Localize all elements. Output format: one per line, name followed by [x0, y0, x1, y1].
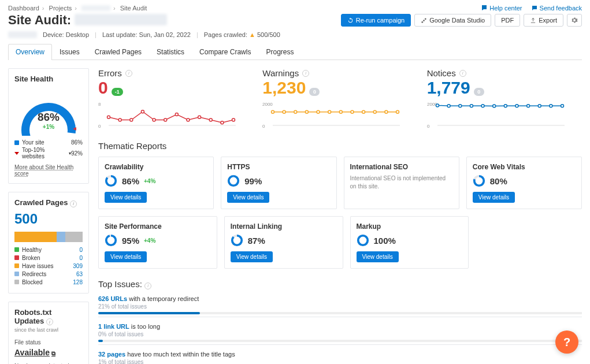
crawled-value: 63 [76, 271, 83, 277]
stat-errors: Errorsi 0-1 8 0 [98, 68, 253, 131]
more-about-score-link[interactable]: More about Site Health score [14, 164, 83, 177]
donut-icon [473, 174, 485, 187]
device-label: Device: [43, 31, 64, 38]
rerun-campaign-button[interactable]: Re-run campaign [341, 14, 411, 27]
warnings-sparkline: 2000 0 [262, 100, 401, 129]
feedback-icon [531, 5, 538, 12]
svg-point-8 [118, 118, 121, 121]
issue-text: with a temporary redirect [127, 295, 199, 302]
svg-point-28 [340, 110, 343, 113]
pdf-button[interactable]: PDF [495, 14, 520, 27]
svg-point-14 [187, 118, 190, 121]
crawled-row-broken[interactable]: Broken0 [14, 255, 83, 261]
stat-label: Notices [427, 68, 456, 78]
crawled-value: 128 [73, 279, 83, 285]
crawled-row-blocked[interactable]: Blocked128 [14, 279, 83, 285]
stat-value: 1,779 [427, 79, 470, 96]
tab-crawled-pages[interactable]: Crawled Pages [87, 44, 149, 60]
help-center-text: Help center [489, 5, 522, 12]
view-details-button[interactable]: View details [473, 192, 515, 203]
view-details-button[interactable]: View details [227, 192, 269, 203]
svg-point-13 [175, 113, 178, 116]
crumb-dashboard[interactable]: Dashboard [8, 5, 39, 12]
view-details-button[interactable]: View details [231, 251, 273, 262]
crawled-row-redirects[interactable]: Redirects63 [14, 271, 83, 277]
crumb-project-name[interactable] [81, 5, 110, 11]
svg-point-58 [232, 236, 242, 246]
tab-issues[interactable]: Issues [52, 44, 87, 60]
crumb-projects[interactable]: Projects [49, 5, 72, 12]
warning-triangle-icon: ▲ [249, 31, 255, 38]
info-icon[interactable]: i [46, 318, 53, 325]
robots-card: Robots.txt Updates i since the last craw… [8, 302, 89, 365]
report-delta: +4% [144, 237, 155, 244]
info-icon[interactable]: i [459, 70, 466, 77]
svg-point-32 [385, 110, 388, 113]
svg-point-1 [423, 20, 425, 21]
crawled-row-healthy[interactable]: Healthy0 [14, 247, 83, 253]
legend-square [14, 263, 19, 268]
issue-link[interactable]: 626 URLs [98, 295, 127, 302]
site-health-delta: +1% [17, 124, 80, 130]
tab-compare-crawls[interactable]: Compare Crawls [192, 44, 258, 60]
crawled-value: 309 [73, 263, 83, 269]
info-icon[interactable]: i [70, 200, 77, 207]
stat-warnings: Warningsi 1,2300 2000 0 [262, 68, 417, 131]
site-health-card: Site Health 86% +1% Your site 86% [8, 68, 89, 184]
tab-statistics[interactable]: Statistics [149, 44, 192, 60]
issue-percent: 0% of total issues [98, 331, 582, 337]
svg-point-17 [221, 121, 224, 124]
view-details-button[interactable]: View details [357, 251, 399, 262]
settings-button[interactable] [567, 14, 582, 27]
errors-sparkline: 8 0 [98, 100, 237, 129]
robots-subtitle: since the last crawl [14, 327, 58, 333]
export-button[interactable]: Export [524, 14, 563, 27]
help-fab-button[interactable]: ? [555, 330, 578, 354]
stat-delta-pill: -1 [112, 88, 123, 96]
report-percent: 95% [122, 236, 139, 246]
view-details-button[interactable]: View details [105, 251, 147, 262]
report-international-seo: International SEOInternational SEO is no… [344, 157, 459, 209]
svg-point-41 [481, 105, 484, 107]
issue-link[interactable]: 1 link URL [98, 323, 129, 330]
send-feedback-link[interactable]: Send feedback [531, 5, 582, 12]
info-icon[interactable]: i [302, 70, 309, 77]
svg-point-33 [396, 110, 399, 113]
svg-point-47 [550, 105, 552, 107]
crawled-label: Have issues [22, 263, 53, 269]
tab-progress[interactable]: Progress [258, 44, 301, 60]
last-update-value: Sun, Jan 02, 2022 [139, 31, 191, 38]
caret-down-icon [14, 152, 19, 155]
help-center-link[interactable]: Help center [481, 5, 522, 12]
google-data-studio-button[interactable]: Google Data Studio [414, 14, 491, 27]
svg-point-7 [107, 116, 110, 118]
tab-overview[interactable]: Overview [8, 44, 52, 60]
tabs: OverviewIssuesCrawled PagesStatisticsCom… [8, 44, 582, 60]
info-icon[interactable]: i [125, 70, 132, 77]
svg-point-16 [209, 118, 212, 121]
report-percent: 80% [490, 176, 507, 186]
info-icon[interactable]: i [144, 283, 151, 289]
legend-top-sites[interactable]: Top-10% websites ▾ 92% [14, 147, 83, 159]
legend-square [14, 255, 19, 260]
svg-point-31 [374, 110, 377, 113]
crawled-row-have-issues[interactable]: Have issues309 [14, 263, 83, 269]
svg-point-23 [283, 110, 285, 113]
svg-point-11 [153, 118, 155, 121]
stat-value: 0 [98, 79, 108, 96]
donut-icon [227, 174, 240, 187]
svg-text:2000: 2000 [262, 102, 273, 107]
svg-point-9 [130, 118, 133, 121]
report-name: Site Performance [105, 222, 211, 231]
issue-row: 626 URLs with a temporary redirect 21% o… [98, 295, 582, 317]
view-details-button[interactable]: View details [105, 192, 147, 203]
report-na-text: International SEO is not implemented on … [350, 174, 453, 191]
legend-square [14, 247, 19, 252]
pages-crawled-label: Pages crawled: [204, 31, 247, 38]
robots-status-value[interactable]: Available⧉ [14, 348, 55, 357]
issue-link[interactable]: 32 pages [98, 351, 125, 358]
issue-bar-track [98, 312, 582, 314]
crawled-value: 0 [79, 247, 83, 253]
crawled-pages-card: Crawled Pages i 500 Healthy0Broken0Have … [8, 192, 89, 294]
svg-point-29 [351, 110, 354, 113]
